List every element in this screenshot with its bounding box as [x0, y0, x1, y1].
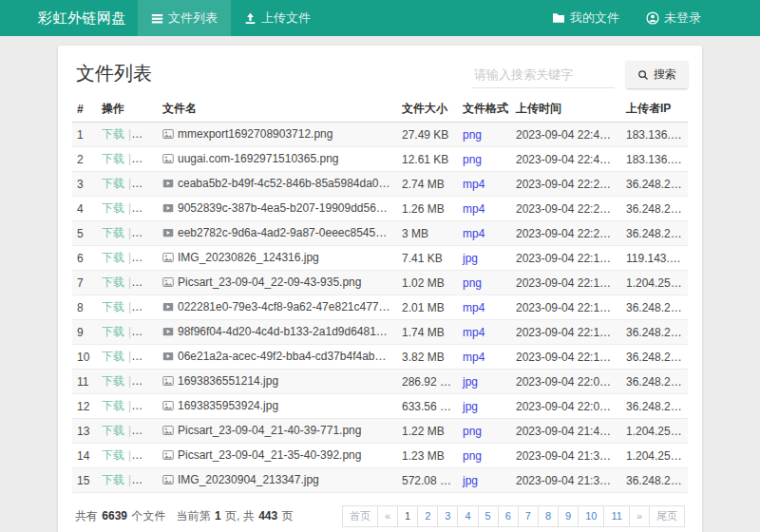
file-name: Picsart_23-09-04_21-35-40-392.png: [158, 444, 397, 468]
file-format: jpg: [458, 468, 511, 493]
pagination-page-6[interactable]: 6: [498, 505, 519, 527]
action-separator: |: [128, 177, 131, 190]
format-link[interactable]: png: [463, 128, 482, 142]
pagination-page-10[interactable]: 10: [578, 505, 604, 527]
row-actions: 下载|查看: [97, 419, 158, 444]
download-link[interactable]: 下载: [102, 300, 124, 314]
uploader-ip: 1.204.254.*: [621, 271, 688, 295]
pagination-next: »: [629, 505, 650, 527]
file-size: 1.23 MB: [397, 444, 458, 468]
brand[interactable]: 彩虹外链网盘: [38, 0, 126, 36]
table-row: 13下载|查看Picsart_23-09-04_21-40-39-771.png…: [72, 419, 688, 444]
nav-item-upload[interactable]: 上传文件: [231, 0, 324, 36]
table-row: 11下载|查看1693836551214.jpg286.92 KBjpg2023…: [72, 370, 688, 394]
format-link[interactable]: mp4: [463, 227, 484, 240]
col-filename: 文件名: [158, 96, 397, 123]
video-file-icon: [162, 301, 174, 315]
format-link[interactable]: jpg: [463, 375, 478, 389]
file-list-panel: 文件列表 搜索 # 操作 文件名: [58, 46, 702, 532]
file-size: 2.74 MB: [397, 172, 458, 197]
image-file-icon: [162, 276, 174, 291]
format-link[interactable]: png: [463, 425, 482, 438]
file-size: 3.82 MB: [397, 345, 458, 370]
download-link[interactable]: 下载: [102, 152, 124, 165]
action-separator: |: [128, 424, 131, 437]
upload-time: 2023-09-04 22:13:16: [511, 271, 621, 295]
col-format: 文件格式: [458, 96, 511, 123]
download-link[interactable]: 下载: [102, 177, 124, 190]
pagination-page-11[interactable]: 11: [603, 505, 629, 527]
nav-item-login-status[interactable]: 未登录: [633, 0, 714, 36]
download-link[interactable]: 下载: [102, 226, 124, 239]
upload-time: 2023-09-04 21:33:56: [511, 468, 621, 493]
image-file-icon: [162, 400, 174, 414]
download-link[interactable]: 下载: [102, 374, 124, 388]
file-format: png: [458, 271, 511, 295]
download-link[interactable]: 下载: [102, 399, 124, 412]
pagination-page-3[interactable]: 3: [437, 505, 458, 527]
image-file-icon: [162, 449, 174, 464]
row-actions: 下载|查看: [97, 172, 158, 197]
format-link[interactable]: png: [463, 449, 482, 463]
format-link[interactable]: mp4: [463, 351, 484, 364]
action-separator: |: [128, 201, 131, 215]
download-link[interactable]: 下载: [102, 276, 124, 289]
search-button[interactable]: 搜索: [626, 61, 688, 88]
pagination-page-8[interactable]: 8: [538, 505, 559, 527]
pagination-page-7[interactable]: 7: [518, 505, 539, 527]
format-link[interactable]: mp4: [463, 202, 484, 216]
row-actions: 下载|查看: [97, 271, 158, 295]
file-name: IMG_20230904_213347.jpg: [158, 468, 397, 493]
row-actions: 下载|查看: [97, 320, 158, 345]
file-format: jpg: [458, 370, 511, 394]
file-format: mp4: [458, 345, 511, 370]
upload-time: 2023-09-04 21:41:02: [511, 419, 621, 444]
pagination-page-2[interactable]: 2: [417, 505, 438, 527]
format-link[interactable]: jpg: [463, 400, 478, 413]
pagination-page-5[interactable]: 5: [478, 505, 499, 527]
file-name: Picsart_23-09-04_22-09-43-935.png: [158, 271, 397, 295]
action-separator: |: [128, 350, 131, 363]
format-link[interactable]: mp4: [463, 301, 484, 314]
format-link[interactable]: mp4: [463, 178, 484, 191]
table-row: 14下载|查看Picsart_23-09-04_21-35-40-392.png…: [72, 444, 688, 468]
action-separator: |: [128, 473, 131, 486]
search-bar: 搜索: [472, 61, 688, 88]
pagination-page-9[interactable]: 9: [558, 505, 579, 527]
format-link[interactable]: png: [463, 153, 482, 166]
nav-item-label: 我的文件: [570, 10, 619, 27]
uploader-ip: 183.136.44.*: [621, 147, 688, 172]
download-link[interactable]: 下载: [102, 127, 124, 141]
action-separator: |: [128, 276, 131, 289]
pagination-page-4[interactable]: 4: [457, 505, 478, 527]
download-link[interactable]: 下载: [102, 424, 124, 437]
uploader-ip: 36.248.233.*: [621, 345, 688, 370]
search-button-label: 搜索: [654, 66, 676, 83]
file-table: # 操作 文件名 文件大小 文件格式 上传时间 上传者IP 1下载|查看mmex…: [72, 96, 688, 493]
row-index: 1: [72, 123, 97, 147]
row-actions: 下载|查看: [97, 295, 158, 320]
col-filesize: 文件大小: [397, 96, 458, 123]
upload-time: 2023-09-04 22:21:45: [511, 197, 621, 221]
download-link[interactable]: 下载: [102, 473, 124, 486]
uploader-ip: 36.248.233.*: [621, 221, 688, 246]
download-link[interactable]: 下载: [102, 325, 124, 338]
search-input[interactable]: [472, 62, 615, 88]
file-size: 633.56 KB: [397, 394, 458, 419]
file-format: png: [458, 123, 511, 147]
uploader-ip: 36.248.233.*: [621, 468, 688, 493]
download-link[interactable]: 下载: [102, 448, 124, 462]
nav-item-file-list[interactable]: 文件列表: [138, 0, 231, 36]
download-link[interactable]: 下载: [102, 201, 124, 215]
video-file-icon: [162, 326, 174, 340]
download-link[interactable]: 下载: [102, 251, 124, 264]
nav-item-my-files[interactable]: 我的文件: [539, 0, 633, 36]
action-separator: |: [128, 127, 131, 141]
list-icon: [151, 12, 163, 25]
format-link[interactable]: png: [463, 276, 482, 290]
format-link[interactable]: jpg: [463, 252, 478, 265]
format-link[interactable]: mp4: [463, 326, 484, 339]
format-link[interactable]: jpg: [463, 474, 478, 487]
download-link[interactable]: 下载: [102, 350, 124, 363]
user-icon: [646, 11, 659, 25]
